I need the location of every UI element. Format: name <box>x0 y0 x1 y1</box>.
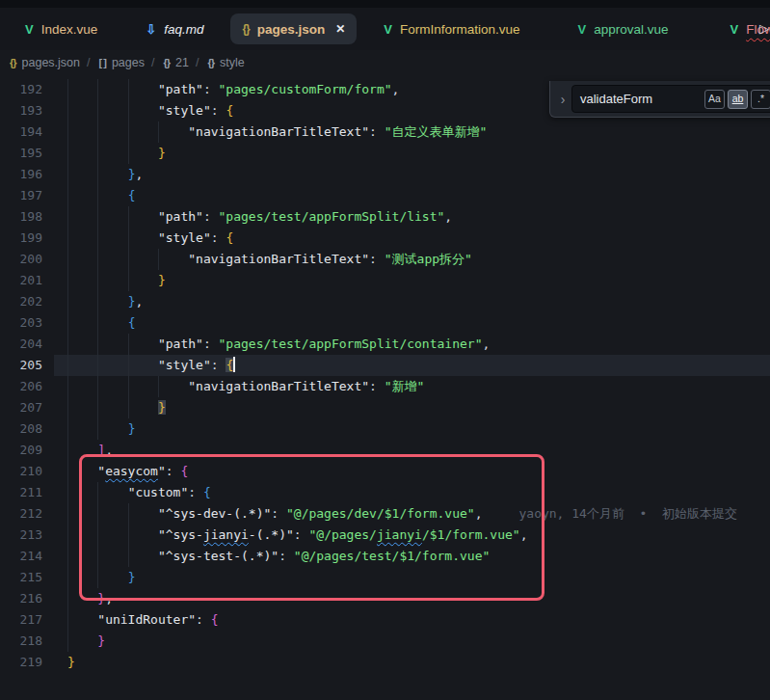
code-row-210[interactable]: 210 "easycom": { <box>0 461 770 482</box>
indent-guide <box>67 143 68 164</box>
code-row-199[interactable]: 199 "style": { <box>0 228 770 249</box>
code-line-content[interactable]: "navigationBarTitleText": "测试app拆分" <box>54 249 770 270</box>
code-line-content[interactable]: "^sys-jianyi-(.*)": "@/pages/jianyi/$1/f… <box>54 525 770 546</box>
code-row-214[interactable]: 214 "^sys-test-(.*)": "@/pages/test/$1/f… <box>0 546 770 567</box>
tab-forminformation-vue[interactable]: VFormInformation.vue <box>372 13 531 44</box>
line-number[interactable]: 213 <box>0 525 54 546</box>
code-line-content[interactable]: }, <box>54 164 770 185</box>
code-row-195[interactable]: 195 } <box>0 143 770 164</box>
breadcrumb-item-21[interactable]: {}21 <box>161 56 188 69</box>
tab-index-vue[interactable]: VIndex.vue <box>13 13 109 44</box>
code-row-206[interactable]: 206 "navigationBarTitleText": "新增" <box>0 376 770 397</box>
find-input[interactable]: validateForm Aaab.* <box>571 85 770 113</box>
code-row-211[interactable]: 211 "custom": { <box>0 482 770 503</box>
breadcrumb-item-style[interactable]: {}style <box>205 56 244 69</box>
line-number[interactable]: 210 <box>0 461 54 482</box>
tab-pages-json[interactable]: {}pages.json✕ <box>230 13 357 44</box>
line-number[interactable]: 214 <box>0 546 54 567</box>
code-row-208[interactable]: 208 } <box>0 418 770 440</box>
line-number[interactable]: 206 <box>0 376 54 397</box>
code-line-content[interactable]: "^sys-dev-(.*)": "@/pages/dev/$1/form.vu… <box>54 503 770 525</box>
code-row-200[interactable]: 200 "navigationBarTitleText": "测试app拆分" <box>0 249 770 270</box>
code-line-content[interactable]: { <box>54 185 770 206</box>
line-number[interactable]: 211 <box>0 482 54 503</box>
line-number[interactable]: 198 <box>0 206 54 228</box>
find-expand-chevron-icon[interactable]: › <box>554 92 571 107</box>
code-row-194[interactable]: 194 "navigationBarTitleText": "自定义表单新增" <box>0 121 770 143</box>
line-number[interactable]: 212 <box>0 503 54 525</box>
line-number[interactable]: 202 <box>0 291 54 312</box>
line-number[interactable]: 204 <box>0 334 54 355</box>
line-number[interactable]: 216 <box>0 588 54 609</box>
code-editor[interactable]: 192 "path": "pages/customForm/form",193 … <box>0 75 770 673</box>
line-number[interactable]: 208 <box>0 418 54 440</box>
line-number[interactable]: 203 <box>0 312 54 334</box>
line-number[interactable]: 200 <box>0 249 54 270</box>
code-row-207[interactable]: 207 } <box>0 397 770 418</box>
code-row-196[interactable]: 196 }, <box>0 164 770 185</box>
breadcrumb-item-pages-json[interactable]: {}pages.json <box>8 56 80 69</box>
line-number[interactable]: 199 <box>0 228 54 249</box>
tab-faq-md[interactable]: ⇩faq.md <box>134 13 215 44</box>
line-number[interactable]: 215 <box>0 567 54 588</box>
whole-word-toggle[interactable]: ab <box>728 90 748 109</box>
line-number[interactable]: 201 <box>0 270 54 291</box>
line-number[interactable]: 194 <box>0 121 54 143</box>
code-line-content[interactable]: } <box>54 143 770 164</box>
code-line-content[interactable]: "path": "pages/test/appFormSplit/list", <box>54 206 770 228</box>
code-line-content[interactable]: } <box>54 567 770 588</box>
regex-toggle[interactable]: .* <box>751 90 770 109</box>
code-line-content[interactable]: "path": "pages/test/appFormSplit/contain… <box>54 334 770 355</box>
code-row-205[interactable]: 205 "style": { <box>0 355 770 376</box>
line-number[interactable]: 196 <box>0 164 54 185</box>
code-line-content[interactable]: "uniIdRouter": { <box>54 609 770 631</box>
code-row-212[interactable]: 212 "^sys-dev-(.*)": "@/pages/dev/$1/for… <box>0 503 770 525</box>
code-line-content[interactable]: } <box>54 652 770 673</box>
code-line-content[interactable]: { <box>54 312 770 334</box>
line-number[interactable]: 219 <box>0 652 54 673</box>
match-case-toggle[interactable]: Aa <box>704 90 725 109</box>
line-number[interactable]: 192 <box>0 79 54 100</box>
code-line-content[interactable]: "style": { <box>54 228 770 249</box>
code-row-197[interactable]: 197 { <box>0 185 770 206</box>
code-line-content[interactable]: "custom": { <box>54 482 770 503</box>
code-line-content[interactable]: }, <box>54 291 770 312</box>
breadcrumb-item-pages[interactable]: [ ]pages <box>97 56 145 69</box>
indent-guide <box>67 631 68 652</box>
code-line-content[interactable]: }, <box>54 588 770 609</box>
code-row-216[interactable]: 216 }, <box>0 588 770 609</box>
code-row-202[interactable]: 202 }, <box>0 291 770 312</box>
line-number[interactable]: 197 <box>0 185 54 206</box>
line-number[interactable]: 209 <box>0 440 54 461</box>
code-line-content[interactable]: ], <box>54 440 770 461</box>
code-row-217[interactable]: 217 "uniIdRouter": { <box>0 609 770 631</box>
indent-guide <box>97 206 98 228</box>
line-number[interactable]: 193 <box>0 100 54 121</box>
code-line-content[interactable]: "style": { <box>54 355 770 376</box>
code-line-content[interactable]: "navigationBarTitleText": "自定义表单新增" <box>54 121 770 143</box>
line-number[interactable]: 195 <box>0 143 54 164</box>
close-icon[interactable]: ✕ <box>335 22 345 36</box>
code-line-content[interactable]: "navigationBarTitleText": "新增" <box>54 376 770 397</box>
code-row-201[interactable]: 201 } <box>0 270 770 291</box>
line-number[interactable]: 205 <box>0 355 54 376</box>
code-row-209[interactable]: 209 ], <box>0 440 770 461</box>
code-row-213[interactable]: 213 "^sys-jianyi-(.*)": "@/pages/jianyi/… <box>0 525 770 546</box>
code-line-content[interactable]: } <box>54 418 770 440</box>
line-number[interactable]: 218 <box>0 631 54 652</box>
code-line-content[interactable]: } <box>54 270 770 291</box>
code-line-content[interactable]: } <box>54 397 770 418</box>
line-number[interactable]: 207 <box>0 397 54 418</box>
code-line-content[interactable]: "easycom": { <box>54 461 770 482</box>
code-row-204[interactable]: 204 "path": "pages/test/appFormSplit/con… <box>0 334 770 355</box>
code-row-215[interactable]: 215 } <box>0 567 770 588</box>
code-row-218[interactable]: 218 } <box>0 631 770 652</box>
code-line-content[interactable]: } <box>54 631 770 652</box>
code-row-198[interactable]: 198 "path": "pages/test/appFormSplit/lis… <box>0 206 770 228</box>
code-row-219[interactable]: 219} <box>0 652 770 673</box>
code-row-203[interactable]: 203 { <box>0 312 770 334</box>
tabs-overflow-chevron-icon[interactable]: ▷ <box>759 21 769 36</box>
code-line-content[interactable]: "^sys-test-(.*)": "@/pages/test/$1/form.… <box>54 546 770 567</box>
line-number[interactable]: 217 <box>0 609 54 631</box>
tab-approval-vue[interactable]: Vapproval.vue <box>567 13 680 44</box>
